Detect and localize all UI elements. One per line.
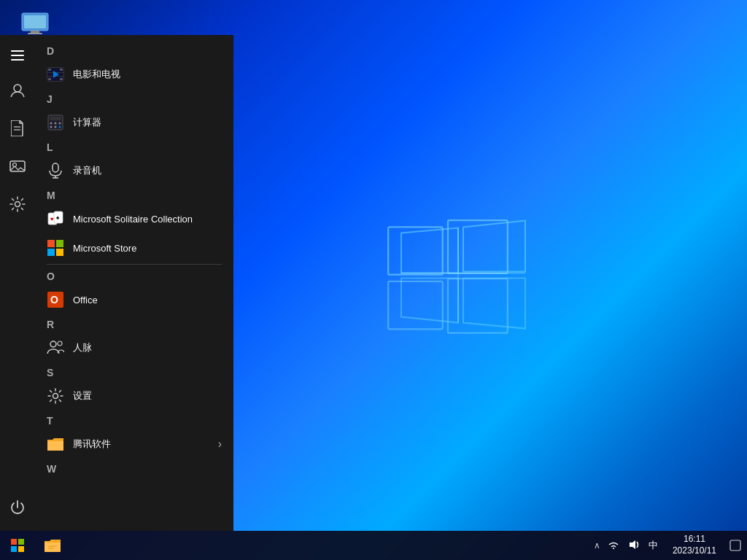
notification-button[interactable] — [724, 531, 747, 560]
calculator-icon — [47, 114, 64, 131]
svg-rect-44 — [56, 240, 63, 247]
section-letter-w: W — [35, 459, 233, 478]
sidebar-photos-icon[interactable] — [0, 149, 35, 184]
app-item-calculator[interactable]: 计算器 — [35, 108, 233, 137]
app-name-solitaire: Microsoft Solitaire Collection — [73, 214, 193, 225]
section-letter-o: O — [35, 266, 233, 285]
sidebar-user-icon[interactable] — [0, 73, 35, 108]
svg-point-31 — [55, 122, 57, 125]
app-item-settings[interactable]: 设置 — [35, 381, 233, 411]
app-name-msstore: Microsoft Store — [73, 243, 136, 254]
svg-point-49 — [50, 341, 56, 347]
taskbar: ∧ 中 — [0, 531, 747, 560]
movies-icon — [47, 66, 64, 83]
tray-icons: ∧ 中 — [588, 539, 665, 553]
menu-divider — [47, 264, 222, 265]
app-item-movies[interactable]: 电影和电视 — [35, 60, 233, 89]
settings-app-icon — [47, 387, 64, 405]
svg-text:O: O — [50, 294, 58, 306]
svg-rect-53 — [18, 539, 24, 545]
computer-icon — [20, 12, 50, 35]
svg-rect-24 — [60, 78, 63, 80]
tray-ime-label[interactable]: 中 — [646, 539, 661, 552]
app-item-solitaire[interactable]: ♥ ♠ Microsoft Solitaire Collection — [35, 204, 233, 233]
desktop: 此电脑 — [0, 0, 747, 560]
svg-point-34 — [55, 126, 57, 128]
app-name-tencent: 腾讯软件 — [73, 438, 111, 451]
section-letter-m: M — [35, 185, 233, 204]
app-item-msstore[interactable]: Microsoft Store — [35, 233, 233, 262]
svg-point-50 — [58, 341, 62, 346]
svg-rect-10 — [11, 50, 24, 52]
people-icon — [47, 339, 64, 357]
start-menu: D 电影和电视 — [0, 35, 233, 531]
svg-point-35 — [59, 126, 61, 128]
tray-time: 16:11 — [684, 534, 705, 545]
svg-rect-45 — [47, 249, 55, 256]
svg-text:♥: ♥ — [50, 216, 54, 222]
svg-rect-21 — [48, 69, 51, 71]
app-name-calculator: 计算器 — [73, 116, 101, 129]
tray-volume-icon[interactable] — [625, 539, 643, 553]
svg-rect-46 — [56, 249, 63, 256]
tray-date: 2023/10/11 — [673, 545, 716, 557]
svg-point-30 — [50, 122, 53, 125]
section-letter-s: S — [35, 362, 233, 381]
section-letter-l: L — [35, 137, 233, 156]
section-letter-r: R — [35, 314, 233, 333]
svg-marker-56 — [630, 540, 635, 549]
svg-point-32 — [59, 122, 61, 125]
svg-point-51 — [53, 394, 58, 399]
svg-rect-22 — [60, 69, 63, 71]
sidebar-settings-icon[interactable] — [0, 187, 35, 222]
app-name-settings: 设置 — [73, 389, 92, 402]
svg-rect-16 — [10, 161, 25, 171]
app-list: D 电影和电视 — [35, 35, 233, 531]
hamburger-button[interactable] — [0, 41, 35, 70]
section-letter-t: T — [35, 411, 233, 429]
recorder-icon — [47, 162, 64, 179]
svg-rect-23 — [48, 78, 51, 80]
app-item-people[interactable]: 人脉 — [35, 333, 233, 362]
app-name-recorder: 录音机 — [73, 164, 101, 177]
svg-rect-7 — [24, 15, 46, 28]
solitaire-icon: ♥ ♠ — [47, 210, 64, 228]
tray-clock[interactable]: 16:11 2023/10/11 — [665, 531, 724, 560]
app-name-people: 人脉 — [73, 341, 92, 354]
start-button[interactable] — [0, 531, 35, 560]
app-item-tencent[interactable]: 腾讯软件 › — [35, 429, 233, 459]
section-letter-d: D — [35, 41, 233, 60]
app-name-movies: 电影和电视 — [73, 68, 120, 81]
svg-rect-55 — [18, 546, 24, 552]
sidebar-power-icon[interactable] — [0, 490, 35, 525]
svg-rect-52 — [11, 539, 17, 545]
svg-rect-43 — [47, 240, 55, 247]
folder-icon — [47, 435, 64, 453]
tray-network-icon[interactable] — [605, 540, 622, 552]
svg-point-13 — [14, 85, 21, 92]
store-icon — [47, 239, 64, 257]
start-menu-sidebar — [0, 35, 35, 531]
app-name-office: Office — [73, 295, 98, 306]
svg-rect-29 — [50, 117, 61, 120]
sidebar-document-icon[interactable] — [0, 111, 35, 146]
svg-point-33 — [50, 126, 53, 128]
section-letter-j: J — [35, 89, 233, 108]
svg-rect-36 — [53, 163, 58, 172]
taskbar-file-explorer[interactable] — [35, 531, 70, 560]
svg-rect-9 — [28, 33, 42, 34]
svg-rect-8 — [31, 31, 39, 33]
svg-rect-54 — [11, 546, 17, 552]
svg-rect-12 — [11, 59, 24, 61]
system-tray: ∧ 中 — [588, 531, 747, 560]
app-item-recorder[interactable]: 录音机 — [35, 156, 233, 185]
svg-rect-57 — [730, 540, 740, 551]
svg-rect-11 — [11, 55, 24, 56]
office-icon: O — [47, 291, 64, 308]
tray-expand-button[interactable]: ∧ — [592, 540, 602, 551]
app-item-office[interactable]: O Office — [35, 285, 233, 314]
folder-expand-arrow: › — [218, 438, 222, 451]
svg-point-18 — [15, 202, 20, 207]
